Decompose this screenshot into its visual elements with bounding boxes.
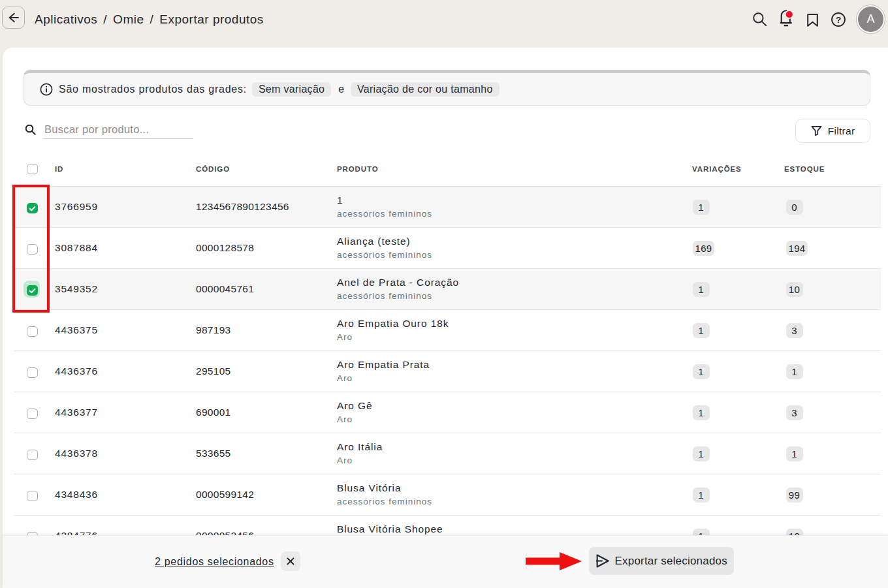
svg-text:?: ? <box>836 15 841 25</box>
